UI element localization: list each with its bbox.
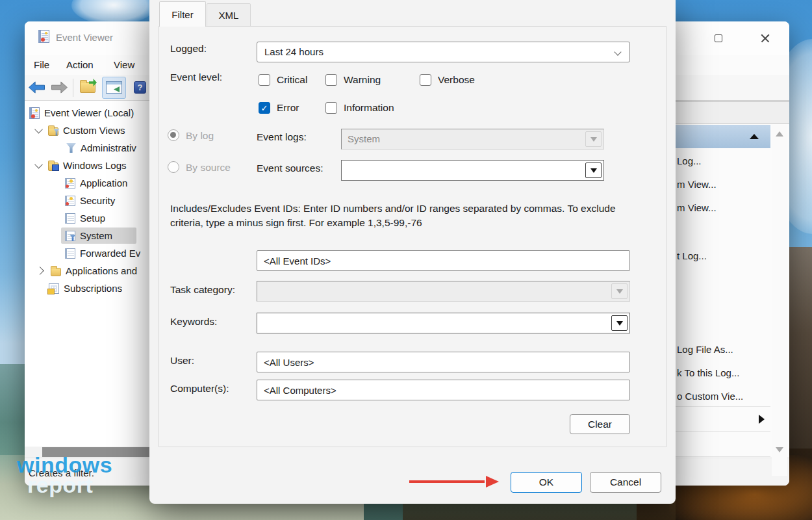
event-viewer-app-icon: [38, 30, 49, 43]
tree-item-system[interactable]: System: [25, 227, 149, 244]
logged-dropdown[interactable]: Last 24 hours: [257, 42, 630, 62]
information-checkbox[interactable]: [325, 102, 337, 114]
subscriptions-icon: [49, 283, 59, 294]
tree-item-application[interactable]: Application: [25, 174, 149, 192]
computers-input[interactable]: [257, 380, 629, 400]
task-category-label: Task category:: [170, 284, 235, 296]
submenu-expand-icon[interactable]: [759, 415, 765, 424]
tab-xml[interactable]: XML: [207, 3, 251, 27]
custom-views-folder-icon: [48, 127, 58, 136]
watermark: windows report: [17, 455, 112, 496]
tree-item-applications-services[interactable]: Applications and: [25, 262, 149, 280]
event-sources-label: Event sources:: [257, 162, 324, 174]
event-ids-description: Includes/Excludes Event IDs: Enter ID nu…: [170, 202, 635, 231]
by-log-radio[interactable]: [168, 129, 179, 141]
error-label: Error: [277, 102, 299, 114]
verbose-checkbox[interactable]: [420, 74, 431, 86]
by-source-radio[interactable]: [168, 161, 179, 173]
ocean: [0, 364, 26, 462]
logged-value: Last 24 hours: [264, 46, 324, 57]
critical-label: Critical: [277, 74, 307, 86]
open-saved-log-button[interactable]: [80, 77, 95, 99]
chevron-down-icon: [614, 48, 621, 55]
menu-file[interactable]: File: [34, 55, 49, 75]
back-button[interactable]: [27, 77, 47, 99]
system-log-icon: [65, 231, 75, 241]
setup-log-icon: [65, 213, 75, 224]
dropdown-button[interactable]: [585, 162, 602, 178]
action-save-filter-custom-view[interactable]: o Custom Vie...: [677, 391, 770, 405]
user-input[interactable]: [257, 352, 629, 372]
folder-export-icon: [80, 82, 95, 93]
computers-input-wrap: [257, 380, 630, 400]
help-icon: ?: [134, 81, 146, 94]
scroll-up-icon[interactable]: [776, 131, 783, 136]
forward-arrow-icon: [49, 81, 69, 94]
tree-item-custom-views[interactable]: Custom Views: [25, 122, 149, 139]
dropdown-button[interactable]: [611, 315, 628, 331]
arrow-line: [409, 480, 485, 483]
scroll-down-icon[interactable]: [776, 447, 783, 452]
show-console-tree-button[interactable]: [102, 77, 126, 99]
action-create-custom-view[interactable]: m View...: [677, 179, 770, 193]
back-arrow-icon: [27, 81, 47, 94]
filter-current-log-dialog: Filter XML Logged: Last 24 hours Event l…: [149, 0, 676, 504]
chevron-down-icon[interactable]: [34, 125, 43, 134]
event-logs-dropdown: System: [341, 129, 604, 150]
critical-checkbox[interactable]: [259, 74, 270, 86]
forwarded-events-log-icon: [65, 248, 75, 259]
cancel-button[interactable]: Cancel: [590, 472, 661, 493]
event-ids-input[interactable]: [257, 251, 629, 270]
window-title: Event Viewer: [56, 32, 113, 43]
tree-item-event-viewer-local[interactable]: Event Viewer (Local): [25, 104, 149, 122]
tree-item-setup[interactable]: Setup: [25, 209, 149, 227]
logged-label: Logged:: [170, 43, 207, 55]
actions-separator: [676, 406, 770, 407]
collapse-arrow-icon[interactable]: [750, 134, 759, 139]
user-label: User:: [170, 355, 194, 367]
menu-view[interactable]: View: [114, 55, 134, 75]
user-input-wrap: [257, 352, 630, 372]
windows-logs-folder-icon: [48, 162, 58, 171]
error-checkbox[interactable]: [259, 102, 270, 114]
event-logs-label: Event logs:: [257, 131, 307, 143]
security-log-icon: [65, 196, 75, 206]
watermark-line2: report: [27, 475, 112, 495]
actions-section-header[interactable]: [676, 125, 770, 148]
information-label: Information: [344, 102, 394, 114]
tree-item-administrative[interactable]: Administrativ: [25, 139, 149, 157]
forward-button[interactable]: [49, 77, 69, 99]
applications-folder-icon: [51, 268, 61, 276]
action-save-log-file-as[interactable]: Log File As...: [677, 344, 770, 358]
computers-label: Computer(s):: [170, 383, 229, 395]
chevron-right-icon[interactable]: [36, 266, 44, 275]
action-attach-task-to-log[interactable]: k To this Log...: [677, 367, 770, 382]
tab-filter[interactable]: Filter: [159, 1, 206, 27]
tree-item-forwarded-events[interactable]: Forwarded Ev: [25, 244, 149, 262]
event-sources-dropdown[interactable]: [341, 160, 604, 181]
ok-button[interactable]: OK: [511, 472, 582, 493]
action-import-custom-view[interactable]: m View...: [677, 202, 770, 216]
chevron-down-icon[interactable]: [34, 161, 43, 169]
triangle-down-icon: [590, 137, 597, 142]
actions-separator: [676, 431, 770, 432]
tree-item-subscriptions[interactable]: Subscriptions: [25, 280, 149, 297]
help-button[interactable]: ?: [134, 77, 146, 99]
event-level-label: Event level:: [170, 72, 222, 83]
warning-label: Warning: [344, 74, 381, 86]
filter-funnel-icon: [66, 143, 76, 153]
action-filter-current-log[interactable]: t Log...: [677, 250, 770, 265]
tree-item-windows-logs[interactable]: Windows Logs: [25, 157, 149, 174]
annotation-arrow: [409, 476, 499, 488]
vertical-scrollbar[interactable]: [772, 125, 787, 476]
tree-item-security[interactable]: Security: [25, 192, 149, 209]
keywords-label: Keywords:: [170, 316, 217, 328]
event-ids-input-wrap: [257, 250, 630, 271]
by-log-label: By log: [186, 130, 214, 142]
desktop: Event Viewer File Action View ?: [0, 0, 812, 520]
warning-checkbox[interactable]: [325, 74, 337, 86]
action-open-saved-log[interactable]: Log...: [677, 155, 770, 170]
menu-action[interactable]: Action: [66, 55, 94, 75]
keywords-dropdown[interactable]: [257, 313, 630, 333]
clear-button[interactable]: Clear: [570, 414, 630, 434]
